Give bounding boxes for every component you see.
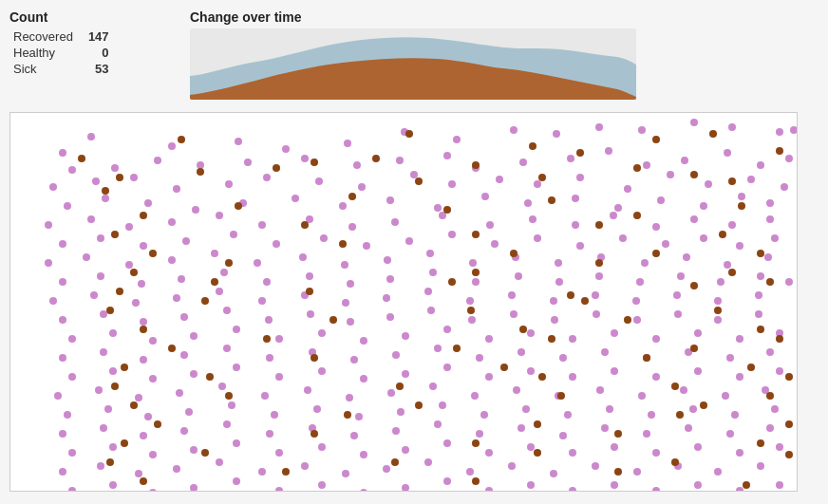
dot [360, 451, 367, 458]
dot [271, 411, 278, 419]
dot [313, 405, 321, 413]
dot [45, 221, 52, 229]
dot [116, 288, 123, 295]
dot [559, 354, 567, 362]
dot [149, 451, 157, 458]
dot [766, 278, 774, 286]
count-row: Recovered 147 [9, 28, 113, 45]
dot [705, 180, 712, 188]
dot [59, 468, 66, 476]
dot [601, 424, 609, 432]
dot [135, 394, 142, 401]
dot [624, 185, 631, 193]
dot [275, 487, 283, 492]
dot [596, 386, 604, 394]
dot [724, 149, 731, 157]
dot [776, 367, 783, 375]
dot [605, 147, 612, 155]
dot [266, 354, 273, 362]
dot [149, 375, 157, 383]
dot [601, 348, 609, 356]
dot [168, 345, 176, 352]
dot [443, 477, 451, 485]
dot [154, 157, 161, 164]
dot [95, 386, 103, 394]
dot [392, 427, 400, 435]
dot [235, 138, 242, 145]
dot [353, 161, 361, 169]
dot [190, 332, 198, 340]
dot [728, 221, 736, 229]
dot [513, 386, 520, 394]
dot [534, 180, 541, 188]
dot [180, 351, 188, 359]
dot [766, 392, 774, 400]
dot [726, 430, 734, 438]
dot [755, 291, 762, 299]
dot [476, 354, 483, 362]
dot [397, 408, 405, 416]
dot [429, 383, 437, 390]
dot [667, 171, 674, 178]
dot [225, 259, 233, 267]
dot [771, 234, 779, 242]
dot [344, 140, 351, 147]
dot [714, 316, 722, 324]
dot [592, 462, 599, 470]
dot [472, 161, 480, 169]
dot [624, 316, 631, 324]
dot [569, 487, 576, 492]
dot [109, 481, 117, 489]
dot [140, 356, 147, 364]
dot [690, 215, 698, 223]
dot [168, 256, 176, 264]
dot [121, 364, 128, 371]
dot [569, 373, 576, 381]
dot [405, 130, 413, 138]
dot [111, 383, 119, 390]
dot [469, 259, 477, 267]
dot [472, 231, 480, 238]
dot [700, 202, 707, 210]
dot [363, 242, 370, 250]
dot [481, 193, 489, 200]
dot [263, 278, 271, 286]
dot [766, 199, 774, 207]
dot [211, 250, 218, 257]
dot [567, 291, 574, 299]
dot [466, 297, 474, 305]
dot [140, 212, 147, 219]
dot [106, 458, 114, 466]
dot [595, 259, 603, 267]
dot [709, 130, 717, 138]
dot [611, 443, 618, 451]
dot [59, 240, 66, 248]
dot [555, 278, 563, 286]
dot [443, 326, 451, 333]
dot [641, 259, 649, 267]
dot [595, 221, 603, 229]
dot [529, 142, 536, 150]
dot [396, 157, 404, 164]
dot [341, 261, 348, 269]
dot [548, 335, 555, 343]
dot [595, 272, 603, 280]
dot [518, 348, 525, 356]
dot [223, 345, 231, 352]
dot [439, 401, 446, 409]
dot [258, 221, 266, 229]
dot [254, 259, 261, 267]
dot [310, 159, 318, 166]
dot [225, 180, 233, 188]
dot [360, 375, 367, 383]
dot [538, 373, 546, 381]
dot [743, 481, 750, 489]
dot [109, 443, 117, 451]
dot [736, 373, 743, 381]
dot [318, 443, 326, 451]
dot [714, 468, 722, 476]
dot [551, 316, 558, 324]
dot [140, 326, 147, 333]
dot [144, 199, 152, 207]
dot [448, 278, 456, 286]
